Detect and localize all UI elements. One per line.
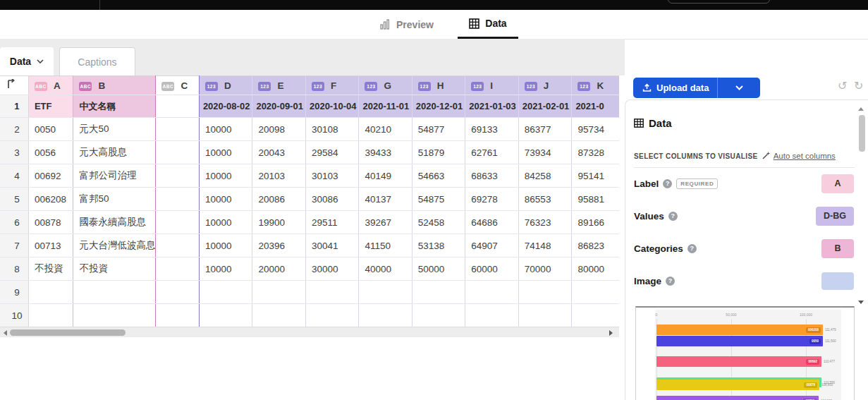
cell-F2[interactable]: 30108: [305, 118, 359, 141]
cell-I5[interactable]: 69278: [465, 188, 519, 211]
column-header-J[interactable]: 123J: [518, 76, 572, 95]
cell-F10[interactable]: [305, 304, 359, 327]
cell-C8[interactable]: [156, 257, 199, 281]
cell-E2[interactable]: 20098: [252, 118, 306, 141]
cell-D1[interactable]: 2020-08-02: [199, 95, 252, 118]
cell-I7[interactable]: 64907: [465, 234, 519, 257]
cell-E3[interactable]: 20043: [252, 141, 306, 164]
cell-D3[interactable]: 10000: [199, 141, 252, 164]
cell-A3[interactable]: 0056: [28, 141, 73, 164]
scroll-left-icon[interactable]: [4, 330, 7, 336]
help-icon[interactable]: [666, 277, 675, 286]
cell-J2[interactable]: 86377: [518, 118, 572, 141]
cell-D9[interactable]: [199, 281, 252, 304]
cell-D10[interactable]: [199, 304, 252, 327]
cell-C1[interactable]: [156, 95, 199, 118]
cell-C9[interactable]: [156, 281, 199, 304]
cell-B2[interactable]: 元大50: [73, 118, 156, 141]
cell-I8[interactable]: 60000: [465, 257, 519, 281]
cell-F7[interactable]: 30041: [305, 234, 359, 257]
cell-H3[interactable]: 51879: [412, 141, 465, 164]
row-number[interactable]: 6: [0, 211, 28, 234]
cell-J10[interactable]: [518, 304, 572, 327]
cell-B9[interactable]: [73, 281, 156, 304]
cell-J1[interactable]: 2021-02-01: [518, 95, 572, 118]
help-icon[interactable]: [687, 244, 697, 253]
cell-G5[interactable]: 40137: [359, 188, 412, 211]
undo-icon[interactable]: ↺: [838, 79, 847, 93]
upload-data-button[interactable]: Upload data: [633, 78, 760, 98]
cell-G7[interactable]: 41150: [359, 234, 412, 257]
cell-G8[interactable]: 40000: [359, 257, 412, 281]
column-header-K[interactable]: 123K: [572, 76, 619, 95]
column-header-G[interactable]: 123G: [359, 76, 412, 95]
cell-F3[interactable]: 29584: [305, 141, 359, 164]
upload-data-main[interactable]: Upload data: [633, 78, 717, 98]
cell-E7[interactable]: 20396: [252, 234, 306, 257]
cell-H9[interactable]: [412, 281, 465, 304]
scroll-right-icon[interactable]: [609, 330, 613, 336]
cell-J6[interactable]: 76323: [518, 211, 572, 234]
cell-G1[interactable]: 2020-11-01: [359, 95, 412, 118]
cell-F1[interactable]: 2020-10-04: [305, 95, 359, 118]
row-number[interactable]: 1: [0, 95, 28, 118]
cell-D5[interactable]: 10000: [199, 188, 252, 211]
column-header-F[interactable]: 123F: [305, 76, 359, 95]
cell-D8[interactable]: 10000: [199, 257, 252, 281]
row-number[interactable]: 9: [0, 281, 28, 304]
sheet-tab-captions[interactable]: Captions: [59, 47, 135, 75]
cell-J4[interactable]: 84258: [518, 164, 572, 188]
cell-C7[interactable]: [156, 234, 199, 257]
cell-A10[interactable]: [28, 304, 73, 327]
scroll-up-icon[interactable]: [858, 107, 864, 111]
cell-J7[interactable]: 74148: [518, 234, 572, 257]
cell-G9[interactable]: [359, 281, 412, 304]
cell-I1[interactable]: 2021-01-03: [465, 95, 519, 118]
cell-G10[interactable]: [359, 304, 412, 327]
cell-J8[interactable]: 70000: [518, 257, 572, 281]
cell-F8[interactable]: 30000: [305, 257, 359, 281]
topbar-button-outline[interactable]: [668, 0, 770, 4]
cell-I10[interactable]: [465, 304, 519, 327]
column-header-E[interactable]: 123E: [252, 76, 306, 95]
sheet-tab-data[interactable]: Data: [0, 47, 54, 75]
row-number[interactable]: 10: [0, 304, 28, 327]
cell-H7[interactable]: 53138: [412, 234, 465, 257]
cell-C10[interactable]: [156, 304, 199, 327]
cell-G6[interactable]: 39267: [359, 211, 412, 234]
column-badge-label[interactable]: A: [821, 174, 854, 193]
cell-G3[interactable]: 39433: [359, 141, 412, 164]
horizontal-scrollbar[interactable]: [0, 327, 619, 337]
cell-H1[interactable]: 2020-12-01: [412, 95, 465, 118]
cell-B10[interactable]: [73, 304, 156, 327]
column-badge-image[interactable]: [821, 272, 854, 290]
cell-K2[interactable]: 95734: [572, 118, 619, 141]
cell-K4[interactable]: 95141: [572, 164, 619, 188]
cell-B3[interactable]: 元大高股息: [73, 141, 156, 164]
row-number[interactable]: 7: [0, 234, 28, 257]
cell-I2[interactable]: 69133: [465, 118, 519, 141]
column-header-C[interactable]: ABCC: [156, 76, 199, 95]
cell-K5[interactable]: 95881: [572, 188, 619, 211]
cell-K9[interactable]: [572, 281, 619, 304]
row-number[interactable]: 8: [0, 257, 28, 281]
cell-H2[interactable]: 54877: [412, 118, 465, 141]
cell-C6[interactable]: [156, 211, 199, 234]
cell-F9[interactable]: [305, 281, 359, 304]
cell-D4[interactable]: 10000: [199, 164, 252, 188]
column-badge-categories[interactable]: B: [821, 239, 854, 258]
cell-E4[interactable]: 20103: [252, 164, 306, 188]
cell-A4[interactable]: 00692: [28, 164, 73, 188]
cell-K3[interactable]: 87328: [572, 141, 619, 164]
cell-J5[interactable]: 86553: [518, 188, 572, 211]
cell-C5[interactable]: [156, 188, 199, 211]
cell-A5[interactable]: 006208: [28, 188, 73, 211]
help-icon[interactable]: [663, 179, 672, 188]
cell-H10[interactable]: [412, 304, 465, 327]
transpose-button[interactable]: [0, 76, 28, 95]
scroll-down-icon[interactable]: [858, 301, 864, 304]
cell-I9[interactable]: [465, 281, 519, 304]
cell-E1[interactable]: 2020-09-01: [252, 95, 306, 118]
cell-F4[interactable]: 30103: [305, 164, 359, 188]
cell-H5[interactable]: 54875: [412, 188, 465, 211]
